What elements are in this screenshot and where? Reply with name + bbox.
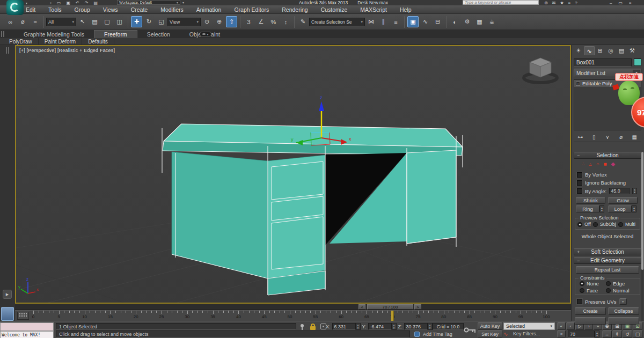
grow-button[interactable]: Grow <box>608 197 638 204</box>
viewport-canvas[interactable]: z y x z y x <box>16 46 570 303</box>
select-by-name-icon[interactable]: ▤ <box>89 16 100 27</box>
preview-multi-radio[interactable] <box>618 222 623 227</box>
element-mode-icon[interactable]: ◆ <box>611 161 616 167</box>
favorites-icon[interactable]: ★ <box>560 1 564 5</box>
schematic-view-icon[interactable]: ⊟ <box>432 16 443 27</box>
maximize-viewport-icon[interactable]: ▢ <box>633 330 642 338</box>
percent-snap-icon[interactable]: % <box>268 16 279 27</box>
cutoff-button[interactable] <box>575 317 606 325</box>
render-production-icon[interactable]: ☕ <box>486 16 497 27</box>
x-coordinate-field[interactable]: 6.331 <box>332 323 356 330</box>
constraint-normal-radio[interactable] <box>606 288 611 293</box>
close-search-icon[interactable]: × <box>568 1 571 5</box>
snaps-toggle-icon[interactable]: 3 <box>243 16 254 27</box>
add-time-tag[interactable]: Add Time Tag <box>423 332 452 337</box>
minimize-button[interactable]: – <box>610 1 612 5</box>
menu-customize[interactable]: Customize <box>314 6 354 13</box>
trackbar-corner-button[interactable] <box>1 307 14 321</box>
tab-hierarchy[interactable]: ⊞ <box>595 46 605 55</box>
bind-to-space-warp-icon[interactable]: ≈ <box>30 16 41 27</box>
expand-subobject-icon[interactable]: + <box>576 82 580 86</box>
previous-key-button[interactable]: « <box>557 330 566 337</box>
by-angle-spinner[interactable] <box>632 188 637 194</box>
ribbon-grip[interactable] <box>1 31 4 37</box>
cutoff-button[interactable] <box>608 317 639 325</box>
save-file-icon[interactable]: ▣ <box>66 1 70 5</box>
remove-modifier-icon[interactable]: ⌀ <box>617 133 625 141</box>
communication-center-icon[interactable]: ✉ <box>552 1 556 5</box>
subtab-polydraw[interactable]: PolyDraw <box>3 38 39 45</box>
angle-snap-icon[interactable]: ∠ <box>255 16 267 27</box>
scrollbar-thumb[interactable] <box>641 152 643 270</box>
ring-button[interactable]: Ring <box>576 205 599 212</box>
select-and-link-icon[interactable]: ∞ <box>5 16 16 27</box>
maxscript-mini-listener[interactable]: Welcome to MAX! <box>0 331 54 338</box>
menu-modifiers[interactable]: Modifiers <box>154 6 190 13</box>
tab-create[interactable]: ☀ <box>573 46 584 55</box>
vertex-mode-icon[interactable]: ∴ <box>581 161 584 167</box>
current-frame-marker[interactable] <box>391 311 394 321</box>
use-pivot-point-center-icon[interactable]: ⊙ <box>201 16 213 27</box>
expand-panel-arrow-button[interactable]: ▶ <box>3 290 12 299</box>
menu-views[interactable]: Views <box>97 6 125 13</box>
set-keys-key-icon[interactable] <box>464 325 477 335</box>
track-bar[interactable]: 0510152025303540455055606570758085909510… <box>15 310 571 321</box>
preserve-uvs-checkbox[interactable] <box>577 299 582 304</box>
curve-editor-icon[interactable]: ∿ <box>420 16 431 27</box>
object-name-field[interactable]: Box001 <box>574 58 632 67</box>
tab-display[interactable]: ▤ <box>616 46 627 55</box>
rollout-selection[interactable]: −Selection <box>574 152 641 159</box>
dock-grip[interactable] <box>6 47 9 54</box>
graphite-ribbon-toggle-icon[interactable]: ▣ <box>407 16 419 27</box>
menu-maxscript[interactable]: MAXScript <box>354 6 393 13</box>
orbit-icon[interactable]: ↺ <box>623 330 632 338</box>
rendered-frame-window-icon[interactable]: ▦ <box>474 16 485 27</box>
x-coordinate-spinner[interactable] <box>356 323 361 330</box>
undo-icon[interactable]: ↶ <box>76 1 79 5</box>
select-and-rotate-icon[interactable]: ↻ <box>143 16 155 27</box>
frame-spinner[interactable] <box>595 330 599 337</box>
menu-group[interactable]: Group <box>68 6 97 13</box>
preview-off-radio[interactable] <box>577 222 582 227</box>
z-coordinate-spinner[interactable] <box>428 323 433 330</box>
y-coordinate-spinner[interactable] <box>392 323 397 330</box>
window-crossing-icon[interactable]: ◫ <box>114 16 125 27</box>
rollout-edit-geometry[interactable]: −Edit Geometry <box>574 257 641 264</box>
next-frame-slider-button[interactable]: > <box>414 304 421 310</box>
menu-tools[interactable]: Tools <box>42 6 68 13</box>
pin-stack-icon[interactable]: ⊶ <box>576 133 585 141</box>
current-frame-field[interactable]: 70 <box>568 330 595 337</box>
new-file-icon[interactable]: ▫ <box>50 1 52 5</box>
ring-spinner[interactable] <box>599 205 604 212</box>
object-color-swatch[interactable] <box>634 58 641 66</box>
rectangular-selection-region-icon[interactable]: ▢ <box>101 16 113 27</box>
preserve-uvs-row[interactable]: Preserve UVs▫ <box>577 298 627 305</box>
workspace-dropdown[interactable]: Workspace: Default▾ <box>117 0 180 5</box>
time-slider-handle[interactable]: 70 / 100 <box>367 304 413 310</box>
go-to-start-icon[interactable]: « <box>557 322 566 330</box>
constraint-face-radio[interactable] <box>580 288 584 293</box>
panel-scrollbar[interactable] <box>641 152 643 321</box>
collapse-button[interactable]: Collapse <box>608 307 639 315</box>
ignore-backfacing-row[interactable]: Ignore Backfacing <box>577 180 626 186</box>
subtab-defaults[interactable]: Defaults <box>82 38 114 45</box>
menu-create[interactable]: Create <box>125 6 155 13</box>
configure-modifier-sets-icon[interactable]: ▦ <box>630 133 639 141</box>
tab-motion[interactable]: ◎ <box>605 46 616 55</box>
walk-through-icon[interactable]: ↟ <box>612 330 622 338</box>
y-coordinate-field[interactable]: -6.474 <box>368 323 392 330</box>
menu-rendering[interactable]: Rendering <box>275 6 314 13</box>
shrink-button[interactable]: Shrink <box>576 197 605 204</box>
select-and-move-icon[interactable]: ✚ <box>131 16 142 27</box>
accelerator-bubble[interactable]: 点我加速 <box>615 73 643 81</box>
polygon-mode-icon[interactable]: ■ <box>603 161 606 167</box>
pan-view-icon[interactable]: ↔ <box>602 330 612 338</box>
help-icon[interactable]: ? <box>575 1 577 5</box>
z-coordinate-field[interactable]: 30.376 <box>404 323 428 330</box>
menu-animation[interactable]: Animation <box>190 6 228 13</box>
rollout-soft-selection[interactable]: +Soft Selection <box>574 248 641 255</box>
restore-button[interactable]: ▭ <box>618 1 623 5</box>
spinner-snap-icon[interactable]: ↕ <box>280 16 291 27</box>
unlink-selection-icon[interactable]: ⌀ <box>17 16 28 27</box>
select-and-manipulate-icon[interactable]: ⊕ <box>214 16 225 27</box>
